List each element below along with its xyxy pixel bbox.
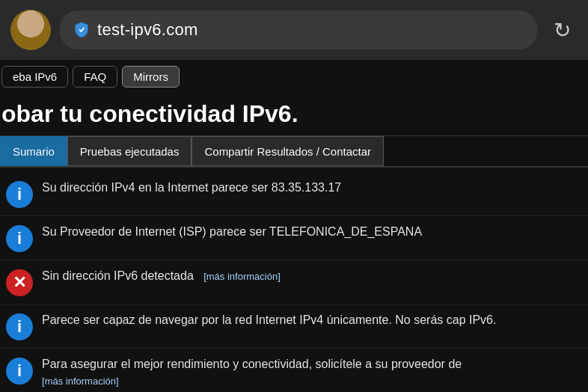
result-item-1: i Su Proveedor de Internet (ISP) parece …: [0, 216, 588, 260]
page-title: obar tu conectividad IPv6.: [0, 100, 588, 128]
result-item-2: ✕ Sin dirección IPv6 detectada más infor…: [0, 260, 588, 304]
url-text: test-ipv6.com: [97, 20, 198, 40]
result-link-4[interactable]: más información: [42, 376, 119, 387]
result-tabs: Sumario Pruebas ejecutadas Compartir Res…: [0, 136, 588, 168]
result-item-3: i Parece ser capaz de navegar por la red…: [0, 304, 588, 349]
info-icon-0: i: [6, 181, 33, 208]
avatar: [10, 10, 51, 50]
shield-icon: [73, 22, 90, 38]
result-item-0: i Su dirección IPv4 en la Internet parec…: [0, 172, 588, 216]
result-link-2[interactable]: más información: [203, 271, 281, 282]
nav-tab-prueba[interactable]: eba IPv6: [1, 66, 68, 88]
result-text-4: Para asegurar el mejor rendimiento y con…: [42, 356, 582, 390]
info-icon-1: i: [6, 225, 33, 252]
nav-tab-faq[interactable]: FAQ: [73, 66, 117, 88]
refresh-icon: ↻: [554, 18, 571, 43]
result-text-2: Sin dirección IPv6 detectada más informa…: [42, 268, 582, 284]
info-icon-4: i: [6, 358, 33, 385]
result-tab-sumario[interactable]: Sumario: [0, 136, 67, 166]
address-bar[interactable]: test-ipv6.com: [60, 10, 537, 49]
nav-tabs: eba IPv6 FAQ Mirrors: [0, 60, 588, 93]
error-icon-2: ✕: [6, 269, 33, 296]
nav-tab-mirrors[interactable]: Mirrors: [122, 66, 180, 88]
results-area: i Su dirección IPv4 en la Internet parec…: [0, 168, 588, 392]
result-text-0: Su dirección IPv4 en la Internet parece …: [42, 180, 582, 196]
refresh-button[interactable]: ↻: [546, 14, 578, 46]
result-tab-compartir[interactable]: Compartir Resultados / Contactar: [192, 136, 384, 166]
top-bar: test-ipv6.com ↻: [0, 0, 588, 60]
result-text-3: Parece ser capaz de navegar por la red I…: [42, 312, 582, 328]
result-item-4: i Para asegurar el mejor rendimiento y c…: [0, 349, 588, 392]
result-tab-pruebas[interactable]: Pruebas ejecutadas: [67, 136, 192, 166]
info-icon-3: i: [6, 313, 33, 340]
result-text-1: Su Proveedor de Internet (ISP) parece se…: [42, 224, 582, 240]
page-title-bar: obar tu conectividad IPv6.: [0, 93, 588, 136]
